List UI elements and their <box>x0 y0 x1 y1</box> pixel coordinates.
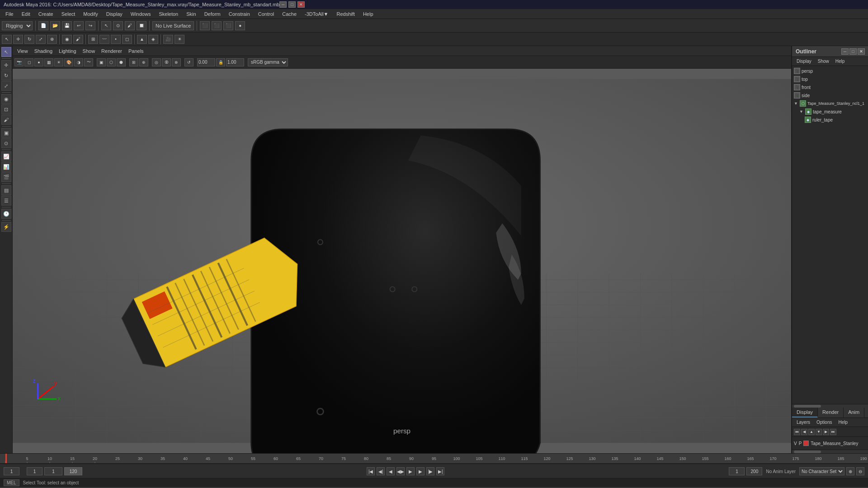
rotate-tool-btn[interactable]: ↻ <box>24 35 34 44</box>
layer-v-btn[interactable]: V <box>794 441 797 446</box>
vp-value-input[interactable] <box>197 58 215 66</box>
undo-btn[interactable]: ↩ <box>74 21 84 30</box>
menu-deform[interactable]: Deform <box>201 10 224 18</box>
btn-play-back[interactable]: ◀▶ <box>396 467 405 475</box>
btn-go-start[interactable]: |◀ <box>367 467 375 475</box>
soft-sel-btn[interactable]: ◉ <box>62 35 72 44</box>
layers-keyup-btn[interactable]: ▲ <box>808 429 815 435</box>
current-frame-box[interactable]: 1 <box>44 467 62 475</box>
vp-gamma-select[interactable]: sRGB gamma <box>248 58 288 66</box>
frame-end-box[interactable]: 120 <box>64 467 82 475</box>
layers-next-btn[interactable]: ▶ <box>823 429 829 435</box>
select-icon[interactable]: ↖ <box>1 47 11 57</box>
history-icon[interactable]: 🕐 <box>1 209 11 219</box>
menu-display[interactable]: Display <box>103 10 126 18</box>
soft-sel-icon[interactable]: ◉ <box>1 94 11 104</box>
vp-light-btn[interactable]: ☀ <box>54 58 63 66</box>
menu-windows[interactable]: Windows <box>127 10 155 18</box>
layer-row-tape[interactable]: V P Tape_Measure_Stanley <box>794 439 867 448</box>
outliner-item-persp[interactable]: 🎥 persp <box>793 67 868 75</box>
vp-xray-btn[interactable]: ⦿ <box>162 58 171 66</box>
vp-menu-renderer[interactable]: Renderer <box>99 47 125 55</box>
close-button[interactable]: ✕ <box>297 1 305 8</box>
range-start-input[interactable] <box>27 467 42 475</box>
quick-icon[interactable]: ⚡ <box>1 222 11 232</box>
vp-display-btn[interactable]: ◻ <box>24 58 33 66</box>
vp-fog-btn[interactable]: 〜 <box>84 58 93 66</box>
vp-rough-btn[interactable]: ⬢ <box>117 58 126 66</box>
btn-prev-key[interactable]: ◀| <box>377 467 385 475</box>
outliner-icon[interactable]: ☰ <box>1 196 11 206</box>
vp-wireframe-btn[interactable]: ▣ <box>97 58 106 66</box>
tab-render[interactable]: Render <box>818 408 844 418</box>
paint-btn[interactable]: 🖌 <box>125 21 135 30</box>
rotate-icon[interactable]: ↻ <box>1 70 11 80</box>
layers-opt-help[interactable]: Help <box>835 419 850 425</box>
dope-sheet-icon[interactable]: 📊 <box>1 162 11 172</box>
restore-button[interactable]: □ <box>288 1 296 8</box>
vp-grid-btn[interactable]: ⊞ <box>129 58 138 66</box>
outliner-item-side[interactable]: 🎥 side <box>793 91 868 99</box>
menu-3dtoall[interactable]: -3DToAll▼ <box>301 10 332 18</box>
trax-ed-icon[interactable]: 🎬 <box>1 172 11 182</box>
menu-constrain[interactable]: Constrain <box>225 10 254 18</box>
render-btn1[interactable]: ⬛ <box>200 21 210 30</box>
render-btn3[interactable]: ⬛ <box>223 21 233 30</box>
outliner-scrollbar[interactable] <box>792 404 868 408</box>
move-tool-btn[interactable]: ✛ <box>13 35 23 44</box>
outliner-item-ruler[interactable]: ◆ ruler_tape <box>804 116 868 124</box>
vp-scale-input[interactable] <box>226 58 244 66</box>
menu-help[interactable]: Help <box>359 10 377 18</box>
menu-create[interactable]: Create <box>35 10 57 18</box>
char-set-btn2[interactable]: ⊖ <box>856 467 864 475</box>
outliner-close-btn[interactable]: ✕ <box>858 48 865 55</box>
graph-ed-icon[interactable]: 📈 <box>1 151 11 161</box>
vp-menu-show[interactable]: Show <box>80 47 98 55</box>
redo-btn[interactable]: ↪ <box>85 21 95 30</box>
btn-play-fwd[interactable]: ▶ <box>406 467 415 475</box>
character-set-select[interactable]: No Character Set <box>799 467 844 475</box>
open-btn[interactable]: 📂 <box>50 21 60 30</box>
menu-cache[interactable]: Cache <box>278 10 300 18</box>
sym-icon[interactable]: ⊡ <box>1 104 11 114</box>
snap-point-btn[interactable]: • <box>111 35 121 44</box>
vp-menu-lighting[interactable]: Lighting <box>56 47 79 55</box>
layers-opt-layers[interactable]: Layers <box>794 419 813 425</box>
vp-xray-joints-btn[interactable]: ⊗ <box>172 58 181 66</box>
layers-icon[interactable]: ▤ <box>1 185 11 195</box>
vp-refresh-btn[interactable]: ↺ <box>184 58 193 66</box>
lasso-icon[interactable]: ⊙ <box>1 138 11 148</box>
btn-next-key[interactable]: |▶ <box>426 467 434 475</box>
menu-select[interactable]: Select <box>58 10 79 18</box>
vp-menu-view[interactable]: View <box>14 47 31 55</box>
vp-hud-btn[interactable]: ⊕ <box>139 58 148 66</box>
select-btn[interactable]: ↖ <box>101 21 111 30</box>
ipr-btn[interactable]: ● <box>235 21 245 30</box>
vp-isolate-btn[interactable]: ◎ <box>152 58 161 66</box>
scale-tool-btn[interactable]: ⤢ <box>36 35 46 44</box>
tab-anim[interactable]: Anim <box>844 408 864 418</box>
region-icon[interactable]: ▣ <box>1 128 11 138</box>
layer-p-btn[interactable]: P <box>799 441 802 446</box>
snap-grid-btn[interactable]: ⊞ <box>88 35 98 44</box>
vp-shading-btn[interactable]: ● <box>34 58 43 66</box>
layers-opt-options[interactable]: Options <box>814 419 835 425</box>
mode-selector[interactable]: Rigging <box>2 21 33 30</box>
render-btn2[interactable]: ⬛ <box>212 21 222 30</box>
layers-scrollbar[interactable] <box>792 450 868 453</box>
paint-sel-btn[interactable]: 🖌 <box>73 35 83 44</box>
snap-curve-btn[interactable]: 〰 <box>99 35 109 44</box>
bevel-btn[interactable]: ◈ <box>148 35 158 44</box>
vp-lock-btn[interactable]: 🔒 <box>216 58 225 66</box>
viewport[interactable]: View Shading Lighting Show Renderer Pane… <box>13 46 791 453</box>
tab-display[interactable]: Display <box>792 408 818 418</box>
move-icon[interactable]: ✛ <box>1 60 11 70</box>
menu-skeleton[interactable]: Skeleton <box>155 10 182 18</box>
vp-camera-btn[interactable]: 📷 <box>14 58 24 66</box>
minimize-button[interactable]: ─ <box>279 1 287 8</box>
menu-control[interactable]: Control <box>255 10 278 18</box>
status-mode[interactable]: MEL <box>4 479 19 486</box>
layers-prev-btn[interactable]: ◀ <box>801 429 807 435</box>
anim-start-input[interactable] <box>729 467 745 475</box>
outliner-menu-display[interactable]: Display <box>794 58 814 65</box>
